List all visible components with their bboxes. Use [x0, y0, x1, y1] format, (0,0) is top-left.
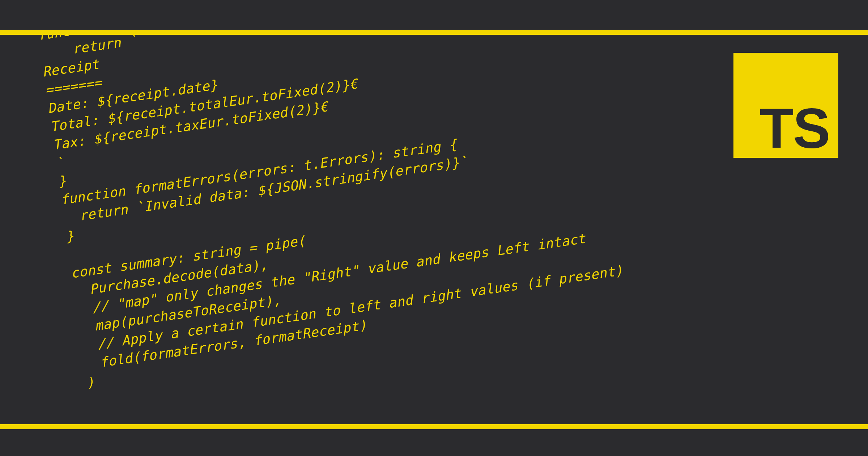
banner-canvas: function formatReceipt(receipt: Receipt)…: [0, 0, 868, 456]
typescript-badge-label: TS: [760, 100, 830, 156]
typescript-badge: TS: [733, 53, 838, 158]
top-accent-bar: [0, 30, 868, 35]
bottom-accent-bar: [0, 424, 868, 429]
